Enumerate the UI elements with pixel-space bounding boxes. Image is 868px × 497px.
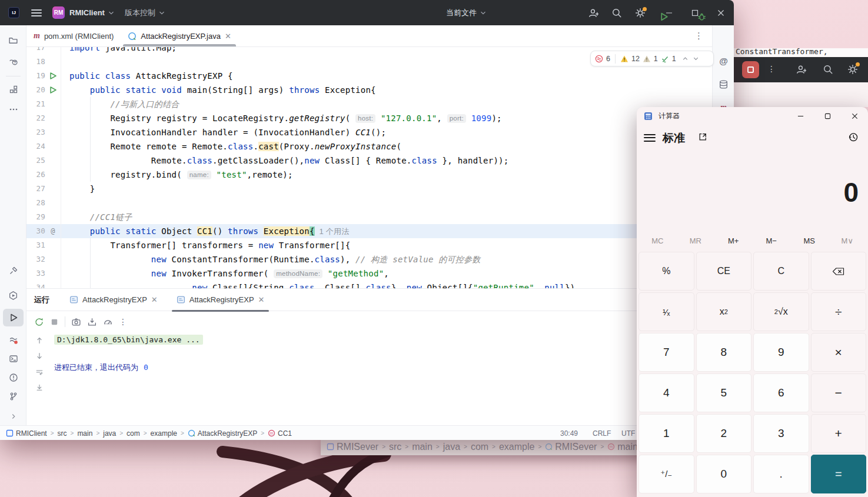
memory-dropdown-button[interactable]: M∨ — [829, 233, 867, 248]
calc-key-subtract[interactable]: − — [811, 373, 867, 412]
code-line[interactable]: 28 — [26, 196, 712, 210]
search-everywhere-icon[interactable] — [608, 4, 626, 22]
project-tool-icon[interactable] — [3, 31, 24, 49]
calc-key-negate[interactable]: ⁺/₋ — [638, 455, 694, 493]
run-configuration-widget[interactable]: 当前文件 — [446, 8, 487, 18]
console-command[interactable]: D:\jdk1.8.0_65\bin\java.exe ... — [54, 335, 203, 345]
calc-key-digit-1[interactable]: 1 — [638, 414, 694, 453]
calc-key-equals[interactable]: = — [811, 455, 867, 493]
breadcrumb-item[interactable]: example — [499, 442, 534, 452]
scroll-up-icon[interactable] — [33, 334, 46, 347]
calc-key-square-root[interactable]: 2√x — [753, 292, 809, 331]
calc-key-square[interactable]: x2 — [696, 292, 752, 331]
calc-menu-icon[interactable] — [644, 132, 656, 144]
calc-key-digit-7[interactable]: 7 — [638, 333, 694, 372]
calc-key-clear[interactable]: C — [753, 252, 809, 291]
code-editor[interactable]: 17import java.util.Map;1819public class … — [26, 47, 712, 288]
memory-subtract-button[interactable]: M− — [753, 233, 791, 248]
minimize-button[interactable] — [656, 0, 682, 25]
settings-gear-icon[interactable] — [847, 64, 858, 75]
code-line[interactable]: 27 } — [26, 182, 712, 196]
code-line[interactable]: 25 Remote.class.getClassLoader(),new Cla… — [26, 154, 712, 168]
calc-key-decimal[interactable]: . — [753, 455, 809, 493]
calc-key-add[interactable]: + — [811, 414, 867, 453]
add-user-icon[interactable] — [796, 64, 806, 75]
breadcrumb-item[interactable]: RMISever — [327, 442, 378, 452]
memory-store-button[interactable]: MS — [790, 233, 829, 248]
database-tool-icon[interactable] — [714, 76, 733, 92]
git-branch-icon[interactable] — [3, 388, 24, 405]
breadcrumb-item[interactable]: mCC1 — [268, 429, 292, 438]
inspections-widget[interactable]: 6 12 1 1 — [590, 51, 714, 66]
calc-key-digit-9[interactable]: 9 — [753, 333, 809, 372]
next-problem-icon[interactable] — [692, 55, 700, 62]
close-tab-icon[interactable]: ✕ — [151, 296, 158, 303]
run-tool-icon[interactable] — [3, 309, 24, 326]
memory-clear-button[interactable]: MC — [638, 233, 677, 248]
code-line[interactable]: 30@ public static Object CC1() throws Ex… — [26, 224, 712, 238]
calc-key-digit-4[interactable]: 4 — [638, 373, 694, 412]
scroll-down-icon[interactable] — [33, 349, 46, 362]
breadcrumb-item[interactable]: example — [151, 429, 177, 438]
calc-key-digit-2[interactable]: 2 — [696, 414, 752, 453]
calc-key-backspace[interactable] — [811, 252, 867, 291]
code-line[interactable]: 22 Registry registry = LocateRegistry.ge… — [26, 111, 712, 125]
rerun-icon[interactable] — [34, 317, 44, 327]
code-line[interactable]: 32 new ConstantTransformer(Runtime.class… — [26, 252, 712, 266]
code-line[interactable]: 31 Transformer[] transformers = new Tran… — [26, 238, 712, 252]
breadcrumb-item[interactable]: main — [77, 429, 92, 438]
breadcrumb-item[interactable]: main — [412, 442, 433, 452]
code-line[interactable]: 29 //CC1链子 — [26, 210, 712, 224]
more-options-icon[interactable]: ⋮ — [119, 317, 127, 326]
breadcrumb-item[interactable]: src — [58, 429, 67, 438]
problems-tool-icon[interactable] — [3, 369, 24, 386]
vcs-widget[interactable]: 版本控制 — [125, 8, 166, 18]
calc-key-digit-5[interactable]: 5 — [696, 373, 752, 412]
prev-problem-icon[interactable] — [681, 55, 689, 62]
run-gutter-icon[interactable] — [45, 83, 61, 97]
structure-tool-icon[interactable] — [3, 81, 24, 98]
expand-rail-icon[interactable] — [3, 408, 24, 425]
more-menu-icon[interactable]: ⋮ — [767, 64, 776, 74]
project-widget[interactable]: RMIClient — [69, 8, 115, 17]
calc-key-clear-entry[interactable]: CE — [696, 252, 752, 291]
services-tool-icon[interactable] — [3, 286, 24, 304]
build-tool-icon[interactable] — [3, 262, 24, 279]
calculator-mode-label[interactable]: 标准 — [663, 131, 685, 146]
code-line[interactable]: 21 //与新入口的结合 — [26, 97, 712, 111]
close-tab-icon[interactable]: ✕ — [258, 296, 265, 303]
search-icon[interactable] — [823, 64, 833, 75]
coverage-tool-icon[interactable] — [3, 331, 24, 349]
calc-key-reciprocal[interactable]: ¹⁄ₓ — [638, 292, 694, 331]
tab-options-icon[interactable]: ⋮ — [694, 31, 703, 41]
terminal-tool-icon[interactable] — [3, 350, 24, 368]
keep-on-top-icon[interactable] — [698, 132, 708, 142]
calc-key-digit-0[interactable]: 0 — [696, 455, 752, 493]
stop-icon[interactable] — [50, 318, 59, 326]
run-tab-1[interactable]: AttackRegistryEXP✕ — [172, 289, 270, 311]
breadcrumb-item[interactable]: com — [127, 429, 140, 438]
breadcrumb-item[interactable]: AttackRegistryEXP — [188, 429, 257, 438]
calc-key-multiply[interactable]: × — [811, 333, 867, 372]
project-badge[interactable]: RM — [52, 6, 65, 19]
ai-assistant-icon[interactable]: @ — [714, 52, 733, 69]
thread-dump-camera-icon[interactable] — [71, 317, 81, 327]
breadcrumb-item[interactable]: java — [103, 429, 116, 438]
code-line[interactable]: 26 registry.bind( name: "test",remote); — [26, 168, 712, 182]
code-line[interactable]: 20 public static void main(String[] args… — [26, 83, 712, 97]
breadcrumb-item[interactable]: java — [443, 442, 460, 452]
settings-gear-icon[interactable] — [631, 4, 649, 22]
close-button[interactable] — [841, 107, 868, 125]
breadcrumb-item[interactable]: src — [389, 442, 401, 452]
caret-position-widget[interactable]: 30:49 — [560, 426, 578, 440]
attach-debugger-icon[interactable] — [87, 317, 97, 327]
memory-recall-button[interactable]: MR — [677, 233, 715, 248]
breadcrumb-item[interactable]: com — [471, 442, 488, 452]
code-line[interactable]: 34 new Class[]{String.class, Class[].cla… — [26, 281, 712, 288]
run-console[interactable]: D:\jdk1.8.0_65\bin\java.exe ... 进程已结束，退出… — [26, 332, 734, 425]
run-gutter-icon[interactable] — [45, 69, 61, 83]
code-line[interactable]: 23 InvocationHandler handler = (Invocati… — [26, 125, 712, 139]
run-tab-0[interactable]: AttackRegistryEXP✕ — [65, 289, 162, 311]
calc-key-digit-8[interactable]: 8 — [696, 333, 752, 372]
memory-add-button[interactable]: M+ — [714, 233, 753, 248]
